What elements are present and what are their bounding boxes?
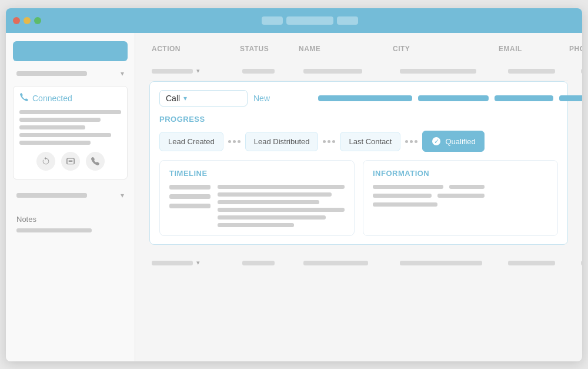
info-bar-2b bbox=[437, 194, 485, 198]
row-city-bar bbox=[400, 69, 476, 74]
step-last-contact-label: Last Contact bbox=[349, 137, 392, 146]
row-action-bar-2 bbox=[152, 261, 193, 265]
info-row-3 bbox=[373, 202, 548, 207]
table-row[interactable]: ▾ bbox=[149, 253, 568, 272]
notes-section: Notes bbox=[13, 211, 128, 236]
dots-1 bbox=[223, 140, 245, 143]
progress-title: PROGRESS bbox=[159, 115, 558, 124]
table-header: ACTION STATUS NAME CITY EMAIL PHONE bbox=[149, 45, 568, 53]
step-lead-distributed-label: Lead Distributed bbox=[254, 137, 310, 146]
main-layout: ▾ Connected bbox=[6, 33, 582, 361]
action-icons bbox=[19, 152, 121, 171]
status-badge: New bbox=[253, 94, 312, 103]
row-dropdown-chevron: ▾ bbox=[196, 67, 200, 75]
main-window: ▾ Connected bbox=[6, 8, 582, 361]
connected-line-1 bbox=[19, 110, 121, 114]
information-panel: INFORMATION bbox=[363, 160, 558, 236]
step-qualified-label: Qualified bbox=[445, 137, 475, 146]
sidebar-primary-button[interactable] bbox=[13, 41, 128, 61]
timeline-right bbox=[218, 185, 345, 227]
check-icon: ✓ bbox=[431, 136, 442, 147]
timeline-date-2 bbox=[169, 194, 211, 199]
connected-label: Connected bbox=[32, 94, 72, 103]
sidebar-dropdown-1[interactable]: ▾ bbox=[13, 69, 128, 78]
timeline-date-3 bbox=[169, 204, 211, 208]
info-row-1 bbox=[373, 185, 548, 189]
table-row[interactable]: ▾ bbox=[149, 61, 568, 81]
step-qualified[interactable]: ✓ Qualified bbox=[422, 131, 484, 152]
step-lead-distributed[interactable]: Lead Distributed bbox=[245, 132, 319, 151]
voicemail-button[interactable] bbox=[61, 152, 80, 171]
connected-line-2 bbox=[19, 118, 101, 122]
timeline-date-1 bbox=[169, 185, 211, 190]
dropdown-chevron-2: ▾ bbox=[121, 191, 124, 200]
minimize-button[interactable] bbox=[24, 17, 31, 24]
phone-icon bbox=[19, 92, 29, 104]
hangup-button[interactable] bbox=[86, 152, 105, 171]
row-dropdown-chevron-2: ▾ bbox=[196, 259, 200, 267]
row-name-bar bbox=[303, 69, 362, 74]
active-bar-3 bbox=[495, 95, 553, 101]
call-chevron-icon: ▾ bbox=[183, 94, 187, 102]
notes-line bbox=[16, 228, 92, 232]
row-action-dropdown[interactable]: ▾ bbox=[152, 67, 240, 75]
dot bbox=[238, 140, 240, 143]
connected-section: Connected bbox=[13, 86, 128, 179]
col-action: ACTION bbox=[152, 45, 240, 53]
row-action-dropdown-2[interactable]: ▾ bbox=[152, 259, 240, 267]
progress-steps: Lead Created Lead Distributed bbox=[159, 131, 558, 152]
col-email: EMAIL bbox=[499, 45, 569, 53]
dropdown-bar-1 bbox=[16, 71, 87, 76]
sidebar-dropdown-2[interactable]: ▾ bbox=[13, 188, 128, 203]
progress-section: PROGRESS Lead Created Lea bbox=[159, 115, 558, 152]
sidebar: ▾ Connected bbox=[6, 33, 135, 361]
col-phone: PHONE bbox=[569, 45, 582, 53]
step-lead-created-label: Lead Created bbox=[168, 137, 215, 146]
forward-button[interactable] bbox=[36, 152, 55, 171]
timeline-content bbox=[169, 185, 345, 227]
active-bar-4 bbox=[559, 95, 582, 101]
tl-3 bbox=[218, 200, 319, 204]
titlebar-pill-3 bbox=[337, 16, 358, 25]
row-status-bar bbox=[242, 69, 275, 74]
titlebar bbox=[6, 8, 582, 33]
timeline-title: TIMELINE bbox=[169, 169, 345, 178]
col-city: CITY bbox=[393, 45, 499, 53]
dot bbox=[332, 140, 335, 143]
row-email-bar bbox=[508, 69, 555, 74]
call-label: Call bbox=[166, 94, 180, 103]
row-action-bar bbox=[152, 69, 193, 74]
tl-2 bbox=[218, 192, 332, 197]
call-dropdown[interactable]: Call ▾ bbox=[159, 90, 248, 107]
row-status-bar-2 bbox=[242, 261, 275, 265]
col-status: STATUS bbox=[240, 45, 299, 53]
information-title: INFORMATION bbox=[373, 169, 548, 178]
info-bar-1b bbox=[449, 185, 485, 189]
row-phone-bar bbox=[581, 69, 582, 74]
active-row: Call ▾ New PROGRESS bbox=[149, 81, 568, 245]
dot bbox=[328, 140, 330, 143]
connected-line-4 bbox=[19, 133, 111, 137]
row-city-bar-2 bbox=[400, 261, 482, 265]
active-row-bars bbox=[318, 95, 582, 101]
dot bbox=[415, 140, 417, 143]
tl-1 bbox=[218, 185, 345, 189]
step-last-contact[interactable]: Last Contact bbox=[340, 132, 400, 151]
maximize-button[interactable] bbox=[34, 17, 41, 24]
dots-3 bbox=[400, 140, 422, 143]
timeline-left bbox=[169, 185, 211, 227]
titlebar-pill-1 bbox=[262, 16, 283, 25]
step-lead-created[interactable]: Lead Created bbox=[159, 132, 223, 151]
row-phone-bar-2 bbox=[581, 261, 582, 265]
connected-lines bbox=[19, 110, 121, 145]
close-button[interactable] bbox=[13, 17, 20, 24]
bottom-panels: TIMELINE bbox=[159, 160, 558, 236]
dot bbox=[323, 140, 326, 143]
info-bar-3a bbox=[373, 202, 437, 207]
notes-label: Notes bbox=[16, 215, 124, 224]
timeline-panel: TIMELINE bbox=[159, 160, 355, 236]
row-email-bar-2 bbox=[508, 261, 555, 265]
tl-6 bbox=[218, 223, 294, 227]
connected-line-5 bbox=[19, 141, 91, 145]
active-bar-2 bbox=[418, 95, 489, 101]
